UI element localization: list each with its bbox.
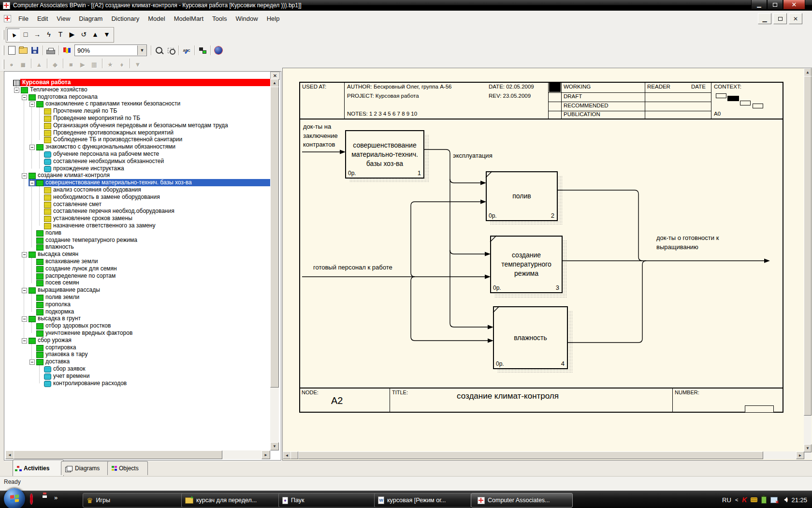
tree-item[interactable]: составление перечня необход.оборудования: [5, 208, 270, 215]
tree-item[interactable]: вспахивание земли: [5, 258, 270, 265]
tree-collapse-icon[interactable]: [22, 316, 27, 322]
tree-item[interactable]: прохождение инструктажа: [5, 165, 270, 172]
menu-model[interactable]: Model: [144, 14, 169, 24]
network-disconnected-icon[interactable]: [770, 497, 778, 503]
tree-item[interactable]: создание температурного режима: [5, 237, 270, 244]
mdi-restore-button[interactable]: [773, 13, 787, 24]
tree-item[interactable]: прополка: [5, 301, 270, 308]
taskbar-button-1[interactable]: ♛Игры: [83, 493, 187, 508]
tree-item[interactable]: Организация обучения передовым и безопас…: [5, 122, 270, 129]
tree-item[interactable]: отбор здоровых ростков: [5, 322, 270, 329]
minimize-button[interactable]: ▁: [751, 0, 767, 10]
menu-tools[interactable]: Tools: [208, 14, 231, 24]
tree-item[interactable]: контролирование расходов: [5, 380, 270, 387]
menu-diagram[interactable]: Diagram: [74, 14, 107, 24]
restore-button[interactable]: [767, 0, 783, 10]
zoom-area-button[interactable]: [165, 45, 176, 56]
quicklaunch-opera-icon[interactable]: [30, 495, 33, 504]
spellcheck-button[interactable]: ABC: [181, 45, 192, 56]
menu-file[interactable]: File: [14, 14, 33, 24]
tree-item[interactable]: Курсовая работа: [5, 79, 270, 86]
parent-diagram-tool[interactable]: ▲: [89, 29, 101, 40]
tree-horizontal-scrollbar[interactable]: ◄ ►: [5, 450, 270, 459]
tree-item[interactable]: Проведение мероприятий по ТБ: [5, 115, 270, 122]
scroll-left-icon[interactable]: ◄: [5, 450, 14, 459]
tree-item[interactable]: посев семян: [5, 279, 270, 286]
tree-item[interactable]: сбор заявок: [5, 365, 270, 373]
combo-dropdown-arrow-icon[interactable]: ▼: [137, 45, 146, 55]
scroll-right-icon[interactable]: ►: [796, 451, 804, 459]
tree-collapse-icon[interactable]: [22, 173, 27, 179]
activity-box-tool[interactable]: □: [20, 29, 31, 40]
tree-item[interactable]: установление сроков замены: [5, 215, 270, 222]
tree-item[interactable]: высадка в грунт: [5, 315, 270, 322]
tree-item[interactable]: доставка: [5, 358, 270, 365]
tree-item[interactable]: анализ состояния оборудования: [5, 186, 270, 194]
tree-item[interactable]: составление смет: [5, 201, 270, 208]
tree-item[interactable]: совершенствование материально-технич. ба…: [5, 179, 270, 186]
tree-item[interactable]: Соблюдение ТБ и производственной санитар…: [5, 136, 270, 143]
zoom-combo[interactable]: 90% ▼: [74, 45, 147, 56]
tree-collapse-icon[interactable]: [14, 88, 19, 93]
tree-item[interactable]: распределение по сортам: [5, 272, 270, 280]
scroll-up-icon[interactable]: ▲: [804, 68, 812, 76]
pane-splitter-handle[interactable]: [290, 451, 298, 459]
tree-collapse-icon[interactable]: [22, 288, 27, 293]
tree-collapse-icon[interactable]: [29, 180, 35, 186]
tree-item[interactable]: выращивание рассады: [5, 286, 270, 294]
tree-item[interactable]: назначение ответственного за замену: [5, 222, 270, 229]
keyboard-lock-icon[interactable]: [751, 497, 757, 502]
title-bar[interactable]: Computer Associates BPwin - [(A2) создан…: [0, 0, 812, 11]
scroll-down-icon[interactable]: ▼: [804, 444, 812, 452]
tree-item[interactable]: сортировка: [5, 344, 270, 351]
tree-item[interactable]: полив: [5, 229, 270, 237]
child-diagram-tool[interactable]: ▼: [101, 29, 113, 40]
menu-dictionary[interactable]: Dictionary: [107, 14, 144, 24]
taskbar-button-4[interactable]: Wкурсовая [Режим ог...: [374, 493, 472, 508]
open-file-button[interactable]: [17, 45, 29, 56]
tree-collapse-icon[interactable]: [22, 338, 27, 344]
pointer-tool[interactable]: ▲: [7, 29, 20, 41]
toolbar-grip[interactable]: [2, 45, 4, 55]
zoom-in-button[interactable]: [153, 45, 165, 56]
start-button[interactable]: [4, 488, 25, 508]
activity-box-2[interactable]: полив 0р. 2: [486, 171, 558, 221]
tree-item[interactable]: создание климат-контроля: [5, 172, 270, 179]
tree-item[interactable]: подготовка персонала: [5, 93, 270, 101]
tree-item[interactable]: знакомство с функциональными обязанностя…: [5, 143, 270, 150]
tree-item[interactable]: создание лунок для семян: [5, 265, 270, 272]
tray-collapse-chevron-icon[interactable]: <: [735, 497, 738, 503]
sibling-diagram-tool[interactable]: ↺: [78, 29, 89, 40]
activity-box-1[interactable]: совершенствование материально-технич. ба…: [345, 130, 424, 179]
menu-edit[interactable]: Edit: [33, 14, 52, 24]
tree-collapse-icon[interactable]: [29, 102, 35, 107]
tree-collapse-icon[interactable]: [22, 95, 27, 100]
new-file-button[interactable]: [6, 45, 17, 56]
arrow-tool[interactable]: →: [31, 29, 43, 40]
diagram-vertical-scrollbar[interactable]: ▲ ▼: [804, 68, 812, 459]
tree-item[interactable]: подкормка: [5, 308, 270, 315]
tree-collapse-icon[interactable]: [29, 145, 35, 150]
tree-item[interactable]: Проведение противопожарных мероприятий: [5, 129, 270, 136]
activity-box-3[interactable]: создание температурного режима 0р. 3: [490, 236, 563, 293]
tree-item[interactable]: полив земли: [5, 294, 270, 301]
mdi-close-button[interactable]: ✕: [789, 13, 802, 24]
save-button[interactable]: [29, 45, 41, 56]
keyboard-language-indicator[interactable]: RU: [722, 496, 731, 504]
tab-activities[interactable]: Activities: [13, 460, 64, 477]
taskbar-button-3[interactable]: ♠Паук: [278, 493, 380, 508]
tab-diagrams[interactable]: Diagrams: [61, 461, 110, 475]
diagram-dialog-tool[interactable]: ▶: [66, 29, 78, 40]
taskbar-button-2[interactable]: курсач для передел...: [181, 493, 283, 508]
toolbar-grip[interactable]: [2, 60, 4, 69]
squiggle-tool[interactable]: ϟ: [43, 29, 55, 40]
taskbar-button-5[interactable]: Computer Associates...: [471, 493, 573, 508]
diagram-canvas[interactable]: USED AT: AUTHOR: Бескровный Олег, группа…: [283, 68, 804, 451]
menu-modelmart[interactable]: ModelMart: [170, 14, 208, 24]
quicklaunch-overflow-chevron-icon[interactable]: »: [54, 494, 58, 501]
print-button[interactable]: [45, 45, 57, 56]
battery-icon[interactable]: [761, 496, 767, 504]
tree-item[interactable]: учет времени: [5, 373, 270, 380]
model-explorer-button[interactable]: [197, 45, 208, 56]
scroll-right-icon[interactable]: ►: [261, 450, 270, 459]
